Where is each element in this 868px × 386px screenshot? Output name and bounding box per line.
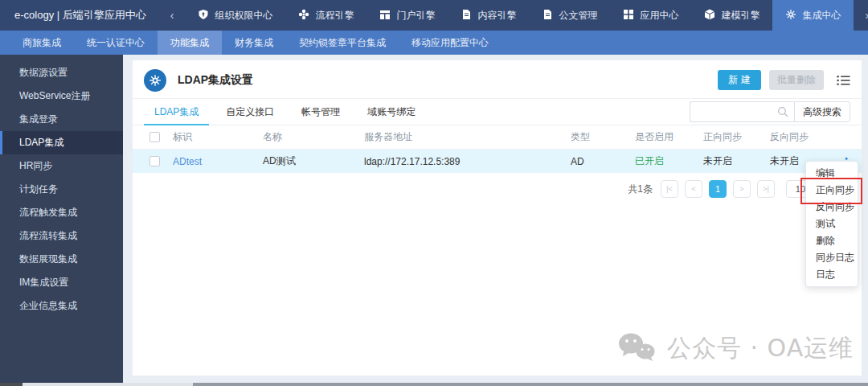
menu-item-edit[interactable]: 编辑 bbox=[806, 165, 858, 182]
sidebar-item-scheduled-tasks[interactable]: 计划任务 bbox=[0, 178, 123, 201]
topnav-label: 内容引擎 bbox=[477, 9, 516, 23]
watermark: 公众号 · OA运维 bbox=[617, 331, 854, 366]
tab-bar: LDAP集成 自定义接口 帐号管理 域账号绑定 高级搜索 bbox=[133, 98, 862, 125]
topnav-item-workflow-engine[interactable]: 流程引擎 bbox=[285, 0, 366, 31]
row-type: AD bbox=[571, 156, 635, 167]
row-context-menu: 编辑 正向同步 反向同步 测试 删除 同步日志 日志 bbox=[805, 161, 858, 287]
subnav: 商旅集成 统一认证中心 功能集成 财务集成 契约锁签章平台集成 移动应用配置中心 bbox=[0, 31, 868, 55]
sidebar-item-hr-sync[interactable]: HR同步 bbox=[0, 154, 123, 178]
topnav-label: 组织权限中心 bbox=[215, 9, 272, 23]
tab-custom-api[interactable]: 自定义接口 bbox=[215, 99, 285, 125]
sidebar-item-im-settings[interactable]: IM集成设置 bbox=[0, 271, 123, 294]
topnav-item-app-center[interactable]: 应用中心 bbox=[610, 0, 691, 31]
col-header-enabled: 是否启用 bbox=[635, 130, 703, 144]
watermark-text: 公众号 · OA运维 bbox=[667, 332, 854, 365]
subnav-item-mobile-config[interactable]: 移动应用配置中心 bbox=[399, 31, 502, 55]
sidebar: 数据源设置 WebService注册 集成登录 LDAP集成 HR同步 计划任务… bbox=[0, 55, 123, 384]
subnav-item-unified-auth[interactable]: 统一认证中心 bbox=[74, 31, 158, 55]
new-button[interactable]: 新 建 bbox=[718, 70, 761, 90]
integration-icon bbox=[785, 9, 796, 23]
pagination-page-1-button[interactable]: 1 bbox=[709, 180, 727, 198]
nav-back-chevron-icon[interactable]: ‹ bbox=[159, 0, 186, 31]
subnav-item-qiyuesuo-integration[interactable]: 契约锁签章平台集成 bbox=[286, 31, 399, 55]
wechat-icon bbox=[617, 331, 656, 366]
topnav-label: 流程引擎 bbox=[315, 9, 354, 23]
topnav-label: 应用中心 bbox=[640, 9, 678, 23]
topnav-item-org-permission[interactable]: 组织权限中心 bbox=[185, 0, 285, 31]
search-icon[interactable] bbox=[777, 106, 788, 120]
sidebar-item-datasource[interactable]: 数据源设置 bbox=[0, 61, 123, 84]
main-card: LDAP集成设置 新 建 批量删除 LDAP集成 自定义接口 帐号管理 域账号绑… bbox=[133, 60, 862, 376]
batch-delete-button[interactable]: 批量删除 bbox=[769, 70, 824, 90]
topnav-item-modeling-engine[interactable]: 建模引擎 bbox=[691, 0, 772, 31]
menu-item-sync-log[interactable]: 同步日志 bbox=[806, 249, 858, 266]
menu-item-delete[interactable]: 删除 bbox=[806, 232, 858, 249]
sidebar-item-data-display[interactable]: 数据展现集成 bbox=[0, 248, 123, 271]
sidebar-item-ldap[interactable]: LDAP集成 bbox=[0, 131, 123, 154]
shield-icon bbox=[198, 9, 209, 23]
menu-item-forward-sync[interactable]: 正向同步 bbox=[806, 182, 858, 199]
sidebar-item-workflow-trigger[interactable]: 流程触发集成 bbox=[0, 201, 123, 224]
menu-item-log[interactable]: 日志 bbox=[806, 266, 858, 283]
table-row[interactable]: ADtest AD测试 ldap://172.17.12.5:389 AD 已开… bbox=[133, 150, 862, 173]
tab-ldap-integration[interactable]: LDAP集成 bbox=[144, 99, 209, 125]
topnav-label: 集成中心 bbox=[802, 9, 841, 23]
sidebar-item-webservice[interactable]: WebService注册 bbox=[0, 84, 123, 108]
sidebar-item-sso-login[interactable]: 集成登录 bbox=[0, 108, 123, 131]
header-actions: 新 建 批量删除 bbox=[718, 70, 850, 90]
sidebar-item-workflow-flow[interactable]: 流程流转集成 bbox=[0, 224, 123, 248]
screen: e-cology | 后端引擎应用中心 ‹ 组织权限中心 流程引擎 门户引擎 内… bbox=[0, 0, 868, 386]
cube-icon bbox=[704, 9, 715, 23]
pagination-total: 共1条 bbox=[628, 183, 653, 196]
document-icon bbox=[542, 9, 553, 23]
pagination: 共1条 |< < 1 > >| 10 ▾ 页 bbox=[133, 176, 862, 202]
list-view-icon[interactable] bbox=[837, 75, 850, 86]
tab-account-management[interactable]: 帐号管理 bbox=[291, 99, 350, 125]
pagination-first-button[interactable]: |< bbox=[661, 180, 678, 198]
tab-domain-account-binding[interactable]: 域账号绑定 bbox=[357, 99, 426, 125]
topnav-item-portal-engine[interactable]: 门户引擎 bbox=[366, 0, 448, 31]
nav-forward-chevron-icon[interactable]: › bbox=[854, 0, 868, 31]
menu-item-reverse-sync[interactable]: 反向同步 bbox=[806, 199, 858, 216]
search-area: 高级搜索 bbox=[690, 99, 850, 125]
pagination-next-button[interactable]: > bbox=[733, 180, 751, 198]
process-icon bbox=[298, 9, 309, 23]
select-all-checkbox[interactable] bbox=[149, 132, 160, 142]
table-header: 标识 名称 服务器地址 类型 是否启用 正向同步 反向同步 bbox=[133, 125, 862, 150]
scrollbar-corner bbox=[0, 383, 23, 386]
menu-item-test[interactable]: 测试 bbox=[806, 216, 858, 232]
col-header-type: 类型 bbox=[571, 130, 635, 144]
subnav-item-finance-integration[interactable]: 财务集成 bbox=[222, 31, 286, 55]
topnav-item-integration-center[interactable]: 集成中心 bbox=[772, 0, 854, 31]
page-size-value: 10 bbox=[796, 184, 805, 194]
subnav-item-travel-integration[interactable]: 商旅集成 bbox=[10, 31, 74, 55]
row-enabled-status: 已开启 bbox=[635, 154, 703, 168]
col-header-server: 服务器地址 bbox=[364, 130, 571, 144]
topnav-item-content-engine[interactable]: 内容引擎 bbox=[448, 0, 529, 31]
topnav-label: 建模引擎 bbox=[721, 9, 760, 23]
pagination-last-button[interactable]: >| bbox=[757, 180, 775, 198]
col-header-reverse-sync: 反向同步 bbox=[770, 130, 840, 144]
row-checkbox[interactable] bbox=[149, 156, 160, 166]
row-forward-sync-status: 未开启 bbox=[703, 154, 770, 168]
advanced-search-button[interactable]: 高级搜索 bbox=[794, 101, 850, 122]
topnav-item-doc-management[interactable]: 公文管理 bbox=[529, 0, 610, 31]
topbar: e-cology | 后端引擎应用中心 ‹ 组织权限中心 流程引擎 门户引擎 内… bbox=[0, 0, 868, 31]
col-header-forward-sync: 正向同步 bbox=[703, 130, 770, 144]
row-name: AD测试 bbox=[263, 154, 364, 168]
app-logo: e-cology | 后端引擎应用中心 bbox=[0, 0, 159, 31]
horizontal-scrollbar-thumb[interactable] bbox=[193, 383, 868, 386]
pagination-prev-button[interactable]: < bbox=[685, 180, 702, 198]
col-header-id: 标识 bbox=[173, 130, 263, 144]
page-title: LDAP集成设置 bbox=[178, 73, 253, 88]
sidebar-item-enterprise-info[interactable]: 企业信息集成 bbox=[0, 294, 123, 318]
row-id-link[interactable]: ADtest bbox=[173, 156, 263, 167]
portal-icon bbox=[379, 9, 391, 23]
card-header: LDAP集成设置 新 建 批量删除 bbox=[133, 65, 862, 95]
topnav-label: 公文管理 bbox=[559, 9, 597, 23]
subnav-item-function-integration[interactable]: 功能集成 bbox=[158, 31, 222, 55]
ldap-app-icon bbox=[144, 69, 166, 92]
topnav-label: 门户引擎 bbox=[396, 9, 435, 23]
apps-icon bbox=[623, 9, 634, 23]
row-server: ldap://172.17.12.5:389 bbox=[364, 156, 571, 167]
